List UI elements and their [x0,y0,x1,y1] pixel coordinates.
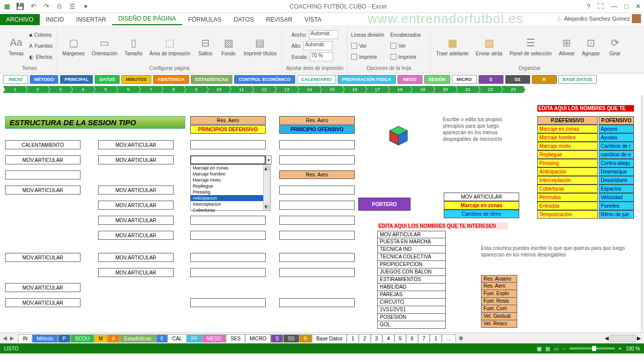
app-tab[interactable]: DATOS [95,75,120,84]
minimize-icon[interactable]: — [611,3,617,10]
mov-articular-cell[interactable]: MOV.ARTICULAR [98,201,174,210]
bring-front-button[interactable]: ▦Traer adelante [434,35,471,57]
sheet-tab[interactable]: SES [226,334,245,342]
tab-file[interactable]: ARCHIVO [0,14,40,25]
tab-insert[interactable]: INSERTAR [70,14,112,25]
app-tab[interactable]: MINUTOS [121,75,151,84]
tab-data[interactable]: DATOS [227,14,260,25]
cyan-cell[interactable] [279,155,355,164]
num-cell[interactable]: 14 [297,86,321,93]
align-button[interactable]: ⊞Alinear [557,35,577,57]
view-layout-icon[interactable]: ▤ [545,346,550,351]
sheet-tab[interactable]: A [107,334,120,342]
sheet-tab[interactable]: 3 [371,334,383,342]
mov-articular-cell[interactable]: MOV.ARTICULAR [5,186,80,195]
app-tab[interactable]: S [478,75,504,84]
sheet-nav-next[interactable]: ▶ [10,335,14,341]
num-cell[interactable]: 11 [229,86,254,93]
mov-articular-cell[interactable]: MOV.ARTICULAR [5,283,80,292]
themes-button[interactable]: AaTemas [6,35,26,57]
hscroll-left[interactable]: ◀ [605,335,609,341]
app-tab[interactable]: SESIÓN [424,75,450,84]
mov-articular-cell[interactable]: MOV.ARTICULAR [98,186,174,195]
sheet-tab[interactable]: P [58,334,70,342]
print-titles-button[interactable]: ▤Imprimir títulos [242,35,279,57]
num-cell[interactable]: 21 [456,86,480,93]
app-tab[interactable]: MESO [397,75,423,84]
app-tab[interactable]: SS [505,75,530,84]
vertical-scrollbar[interactable] [641,95,644,332]
sheet-tab[interactable]: 4 [382,334,394,342]
redo-icon[interactable]: ↷ [42,3,50,11]
breaks-button[interactable]: ⊟Saltos [195,35,215,57]
sheet-tab[interactable]: MESO [202,334,226,342]
user-account[interactable]: ⚠ Alejandro Sanchez Gomez [557,14,641,23]
app-tab[interactable]: BASE DATOS [558,75,597,84]
num-cell[interactable]: 23 [501,86,525,93]
mov-articular-cell[interactable]: MOV.ARTICULAR [98,155,174,164]
sheet-tab[interactable]: MICRO [245,334,271,342]
zoom-value[interactable]: 100 % [626,346,640,351]
margins-button[interactable]: ▢Márgenes [60,35,87,57]
dropdown-list[interactable]: Marcaje en zonasMarcaje hombreMarcaje mi… [190,164,271,211]
view-break-icon[interactable]: ▭ [554,346,558,351]
num-cell[interactable]: 3 [48,86,72,93]
mov-articular-cell[interactable]: MOV.ARTICULAR [98,231,174,240]
num-cell[interactable]: 15 [320,86,344,93]
gridlines-print-check[interactable]: Imprimir [351,52,387,62]
yellow-cell[interactable] [190,216,266,225]
group-button[interactable]: ⊡Agrupar [580,35,602,57]
dropdown-item[interactable]: Marcaje mixto [191,177,270,183]
mov-articular-cell[interactable]: MOV.ARTICULAR [98,268,174,277]
app-tab[interactable]: INICIO [3,75,28,84]
num-cell[interactable]: 17 [365,86,389,93]
num-cell[interactable]: 4 [71,86,95,93]
sheet-tab[interactable]: CAL [168,334,186,342]
app-tab[interactable]: MICRO [452,75,477,84]
sheet-tab[interactable]: 6 [406,334,418,342]
qat-icon[interactable]: ⎙ [55,3,63,11]
num-cell[interactable]: 18 [388,86,412,93]
save-icon[interactable]: 💾 [16,3,24,11]
yellow-cell[interactable] [190,140,266,149]
app-tab[interactable]: CONTROL ECONÓMICO [234,75,295,84]
app-tab[interactable]: ASISTENCIA [153,75,190,84]
app-tab[interactable]: PRINCIPAL [60,75,93,84]
mov-articular-cell[interactable]: MOV.ARTICULAR [5,298,80,307]
gridlines-view-check[interactable]: Ver [351,41,387,51]
height-select[interactable]: Automát. [303,41,333,50]
selection-pane-button[interactable]: ☰Panel de selección [508,35,554,57]
zoom-out-icon[interactable]: − [562,346,566,351]
width-select[interactable]: Automát. [309,30,338,39]
dropdown-item[interactable]: Marcaje hombre [191,171,270,177]
sheet-tab[interactable]: IN [18,334,32,342]
orientation-button[interactable]: ▭Orientación [90,35,119,57]
size-button[interactable]: ▯Tamaño [122,35,144,57]
sheet-tab[interactable]: SCOU [70,334,94,342]
app-tab[interactable]: CALENDARIO [297,75,336,84]
sheet-tab[interactable]: SS [283,334,299,342]
num-cell[interactable]: 22 [478,86,503,93]
app-tab[interactable]: ESTADÍSTICAS [191,75,232,84]
sheet-tab[interactable]: 7 [418,334,430,342]
num-cell[interactable]: 12 [252,86,276,93]
tab-page-layout[interactable]: DISEÑO DE PÁGINA [112,13,182,25]
sheet-tab[interactable]: PF [187,334,202,342]
mov-articular-cell[interactable]: MOV.ARTICULAR [98,253,174,262]
cyan-cell[interactable] [279,268,355,277]
yellow-cell[interactable] [190,253,266,262]
sheet-tab[interactable]: R [299,334,312,342]
num-cell[interactable]: 7 [139,86,163,93]
tab-view[interactable]: VISTA [298,14,328,25]
headings-view-check[interactable]: Ver [390,41,427,51]
mov-articular-cell[interactable]: MOV.ARTICULAR [5,253,80,262]
colors-button[interactable]: ■ Colores [29,30,53,40]
send-back-button[interactable]: ▨Enviar atrás [473,35,504,57]
scrollbar[interactable]: ▴▾ [263,165,270,210]
sheet-tab[interactable]: 2 [359,334,371,342]
yellow-cell[interactable] [190,231,266,240]
dropdown-item[interactable]: Marcaje en zonas [191,165,270,171]
sheet-tab[interactable]: Método [32,334,58,342]
zoom-in-icon[interactable]: + [619,346,622,351]
mov-articular-cell[interactable]: MOV.ARTICULAR [5,155,80,164]
